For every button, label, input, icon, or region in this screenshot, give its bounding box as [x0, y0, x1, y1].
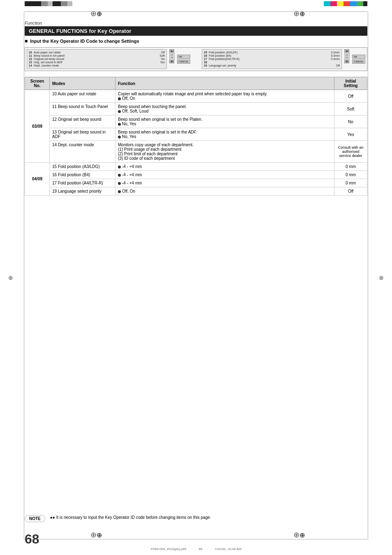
mockup-row-14: 14 Dept. counter mode [29, 64, 165, 67]
note-text: ● ● It is necessary to input the Key Ope… [50, 515, 211, 520]
note-section: NOTE ● ● It is necessary to input the Ke… [25, 515, 367, 522]
mockup-row-19: 19 Language sel. priority Off [204, 64, 340, 67]
mode-16: 16 Fold position (B4) [50, 171, 115, 179]
mockup-controls-left: ▲ 0508 ▼ [169, 49, 175, 69]
table-row: 14 Dept. counter mode Monitors copy usag… [25, 141, 367, 163]
table-row: 17 Fold position (A4/LTR-R) -4 - +4 mm 0… [25, 179, 367, 187]
func-10: Copier will automatically rotate image a… [115, 90, 334, 103]
footer-date: 7/31/02, 10:49 AM [214, 547, 241, 551]
crosshair-bottom-left: ⊕ [90, 530, 99, 539]
footer-page: 68 [198, 547, 202, 551]
col-header-modes: Modes [50, 77, 115, 90]
func-12: Beep sound when original is set on the P… [115, 115, 334, 128]
mockup-panel-left: 10 Auto paper out rotate Off 11 Beep sou… [27, 49, 167, 69]
screen-no-0309: 03/09 [25, 90, 50, 163]
mockup-row-18: 18 [204, 61, 340, 64]
mockup-row-16: 16 Fold position (B4) 0.0mm [204, 54, 340, 57]
crosshair-bottom-right: ⊕ [293, 530, 302, 539]
mockup-controls-right: ▲ 0508 ▼ [344, 49, 350, 69]
mockup-cancel-right[interactable]: CANCEL [352, 60, 365, 64]
initial-13: Yes [334, 128, 367, 141]
mockup-cancel-left[interactable]: CANCEL [177, 60, 190, 64]
screen-mockup: 10 Auto paper out rotate Off 11 Beep sou… [25, 47, 367, 71]
mockup-ok-left[interactable]: OK [177, 55, 190, 59]
col-header-function: Function [115, 77, 334, 90]
main-table: ScreenNo. Modes Function InitialSetting … [25, 77, 367, 196]
mode-11: 11 Beep sound in Touch Panel [50, 103, 115, 115]
mockup-buttons-right: OK CANCEL [352, 49, 365, 69]
mode-13: 13 Original set beep sound in ADF [50, 128, 115, 141]
mode-17: 17 Fold position (A4/LTR-R) [50, 179, 115, 187]
mockup-row-11: 11 Beep sound in tch panel Soft [29, 54, 165, 57]
section-subtitle: Input the Key Operator ID Code to change… [25, 38, 367, 44]
mode-19: 19 Language select priority [50, 187, 115, 196]
mode-12: 12 Original set beep sound [50, 115, 115, 128]
crosshair-top-right: ⊕ [293, 9, 302, 17]
func-14: Monitors copy usage of each department. … [115, 141, 334, 163]
mode-14: 14 Dept. counter mode [50, 141, 115, 163]
mockup-buttons-left: OK CANCEL [177, 49, 190, 69]
initial-14: Consult with an authorised service deale… [334, 141, 367, 163]
footer-file: P068-069_4510(pb).p65 [151, 547, 187, 551]
mockup-arrow-up-left[interactable]: ▲ [169, 49, 174, 53]
func-13: Beep sound when original is set in the A… [115, 128, 334, 141]
table-row: 04/09 15 Fold position (A3/LDG) -4 - +4 … [25, 163, 367, 171]
mockup-arrow-down-right[interactable]: ▼ [344, 60, 349, 63]
crosshair-top-left: ⊕ [90, 9, 99, 17]
func-17: -4 - +4 mm [115, 179, 334, 187]
initial-15: 0 mm [334, 163, 367, 171]
mockup-ok-right[interactable]: OK [352, 55, 365, 59]
col-header-screen-no: ScreenNo. [25, 77, 50, 90]
initial-16: 0 mm [334, 171, 367, 179]
note-badge: NOTE [25, 515, 45, 522]
page-number: 68 [25, 532, 39, 547]
mockup-row-13: 13 Orig. set sound in ADF Yes [29, 61, 165, 64]
mode-10: 10 Auto paper out rotate [50, 90, 115, 103]
table-row: 11 Beep sound in Touch Panel Beep sound … [25, 103, 367, 115]
section-label: Function [25, 21, 367, 25]
mockup-panel-right: 15 Fold position (A3/LDF) 0.0mm 16 Fold … [202, 49, 342, 69]
initial-12: No [334, 115, 367, 128]
section-title: GENERAL FUNCTIONS for Key Operator [25, 26, 367, 36]
initial-19: Off [334, 187, 367, 196]
mockup-row-15: 15 Fold position (A3/LDF) 0.0mm [204, 51, 340, 54]
mockup-row-12: 12 Original set beep sound No [29, 58, 165, 60]
table-row: 03/09 10 Auto paper out rotate Copier wi… [25, 90, 367, 103]
mode-15: 15 Fold position (A3/LDG) [50, 163, 115, 171]
table-row: 16 Fold position (B4) -4 - +4 mm 0 mm [25, 171, 367, 179]
initial-17: 0 mm [334, 179, 367, 187]
table-row: 13 Original set beep sound in ADF Beep s… [25, 128, 367, 141]
mockup-row-17: 17 Fold position(A4/LTR-R) 0.0mm [204, 58, 340, 60]
mockup-arrow-up-right[interactable]: ▲ [344, 49, 349, 53]
mockup-arrow-down-left[interactable]: ▼ [169, 60, 174, 63]
footer-info: P068-069_4510(pb).p65 68 7/31/02, 10:49 … [151, 547, 242, 551]
table-row: 12 Original set beep sound Beep sound wh… [25, 115, 367, 128]
func-19: Off, On [115, 187, 334, 196]
initial-10: Off [334, 90, 367, 103]
initial-11: Soft [334, 103, 367, 115]
note-content: ● It is necessary to input the Key Opera… [53, 515, 211, 520]
mockup-row-10: 10 Auto paper out rotate Off [29, 51, 165, 54]
func-11: Beep sound when touching the panel. Off,… [115, 103, 334, 115]
func-15: -4 - +4 mm [115, 163, 334, 171]
col-header-initial: InitialSetting [334, 77, 367, 90]
reg-mark-left: ⊕ [8, 274, 13, 281]
func-16: -4 - +4 mm [115, 171, 334, 179]
table-row: 19 Language select priority Off, On Off [25, 187, 367, 196]
reg-mark-right: ⊕ [379, 274, 384, 281]
screen-no-0409: 04/09 [25, 163, 50, 196]
